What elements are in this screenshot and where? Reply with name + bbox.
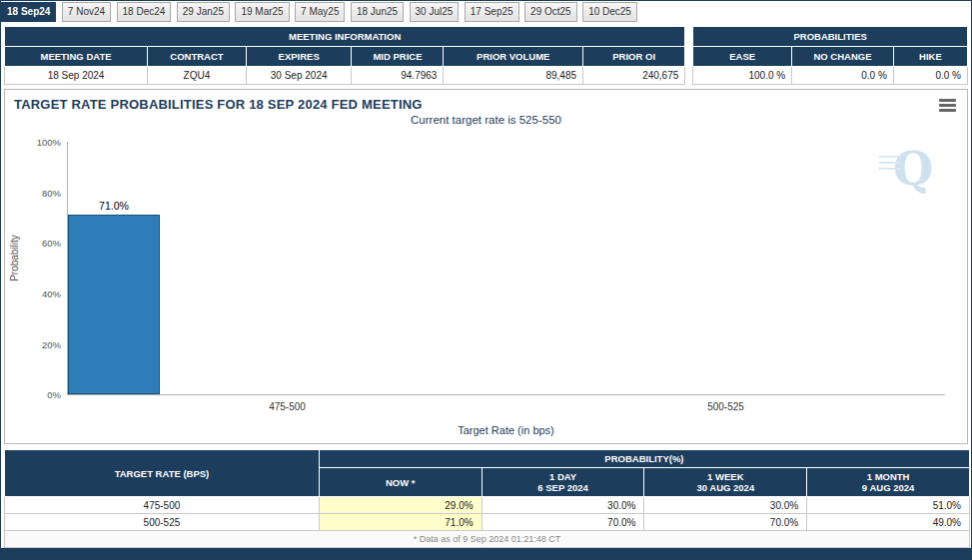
col-1-week-line1: 1 WEEK <box>648 471 802 482</box>
col-ease: EASE <box>693 47 792 67</box>
col-1-month-line2: 9 AUG 2024 <box>811 482 965 493</box>
tab-18-dec24[interactable]: 18 Dec24 <box>117 2 172 22</box>
now-cell: 29.0% <box>319 497 482 514</box>
quikstrike-logo-watermark: Q <box>893 146 933 192</box>
tab-19-mar25[interactable]: 19 Mar25 <box>235 2 289 22</box>
col-1-day: 1 DAY 6 SEP 2024 <box>482 468 644 497</box>
probability-history-table: TARGET RATE (BPS) PROBABILITY(%) NOW * 1… <box>4 449 970 548</box>
chart-title: TARGET RATE PROBABILITIES FOR 18 SEP 202… <box>5 90 967 112</box>
top-tables: MEETING INFORMATION MEETING DATE CONTRAC… <box>4 26 968 85</box>
prior-oi-value: 240,675 <box>583 67 685 85</box>
y-tick: 100% <box>37 137 61 148</box>
month-cell: 51.0% <box>807 497 970 514</box>
probabilities-table: PROBABILITIES EASE NO CHANGE HIKE 100.0 … <box>692 26 968 85</box>
col-now: NOW * <box>319 468 482 497</box>
chart-menu-icon[interactable] <box>939 99 956 114</box>
chart-subtitle: Current target rate is 525-550 <box>5 114 967 126</box>
tab-29-oct25[interactable]: 29 Oct25 <box>524 2 577 22</box>
x-axis-title: Target Rate (in bps) <box>67 424 945 436</box>
week-cell: 70.0% <box>644 514 807 531</box>
y-tick: 20% <box>42 338 61 349</box>
month-cell: 49.0% <box>807 514 970 531</box>
tab-18-jun25[interactable]: 18 Jun25 <box>351 2 404 22</box>
col-1-week: 1 WEEK 30 AUG 2024 <box>644 468 807 497</box>
rate-cell: 475-500 <box>5 497 320 514</box>
week-cell: 30.0% <box>644 497 807 514</box>
tab-7-nov24[interactable]: 7 Nov24 <box>62 2 111 22</box>
col-mid-price: MID PRICE <box>352 47 444 67</box>
x-category-label: 500-525 <box>707 401 744 412</box>
y-tick: 80% <box>42 187 61 198</box>
probability-bar[interactable] <box>68 215 160 394</box>
fedwatch-page: 18 Sep24 7 Nov24 18 Dec24 29 Jan25 19 Ma… <box>0 0 972 560</box>
day-cell: 30.0% <box>482 497 644 514</box>
table-row: 500-525 71.0% 70.0% 70.0% 49.0% <box>5 514 970 531</box>
contract-value: ZQU4 <box>148 67 247 85</box>
mid-price-value: 94.7963 <box>352 67 444 85</box>
expires-value: 30 Sep 2024 <box>246 67 352 85</box>
y-tick: 60% <box>42 238 61 249</box>
y-tick: 0% <box>47 389 61 400</box>
hike-value: 0.0 % <box>893 67 967 85</box>
col-1-week-line2: 30 AUG 2024 <box>648 482 802 493</box>
meeting-tabs: 18 Sep24 7 Nov24 18 Dec24 29 Jan25 19 Ma… <box>1 1 971 22</box>
probabilities-title: PROBABILITIES <box>693 27 968 47</box>
chart-plot-area: 0% 20% 40% 60% 80% 100% Q 29.0% 71.0% 47… <box>67 142 945 395</box>
tab-29-jan25[interactable]: 29 Jan25 <box>177 2 230 22</box>
ease-value: 100.0 % <box>693 67 792 85</box>
tab-30-jul25[interactable]: 30 Jul25 <box>410 2 460 22</box>
tab-18-sep24[interactable]: 18 Sep24 <box>1 2 56 22</box>
col-1-month: 1 MONTH 9 AUG 2024 <box>807 468 970 497</box>
meeting-information-title: MEETING INFORMATION <box>5 27 685 47</box>
target-rate-chart-panel: TARGET RATE PROBABILITIES FOR 18 SEP 202… <box>4 89 968 444</box>
prior-volume-value: 89,485 <box>444 67 583 85</box>
tab-7-may25[interactable]: 7 May25 <box>295 2 345 22</box>
x-category-label: 475-500 <box>269 401 306 412</box>
bar-500-525: 71.0% <box>68 142 160 394</box>
col-expires: EXPIRES <box>246 47 352 67</box>
rate-cell: 500-525 <box>5 514 320 531</box>
day-cell: 70.0% <box>482 514 644 531</box>
bottom-navy-bar <box>1 548 971 559</box>
target-rate-header: TARGET RATE (BPS) <box>5 450 320 497</box>
col-prior-volume: PRIOR VOLUME <box>444 47 583 67</box>
data-as-of-footnote: * Data as of 9 Sep 2024 01:21:48 CT <box>5 531 970 548</box>
col-1-day-line1: 1 DAY <box>486 471 640 482</box>
no-change-value: 0.0 % <box>792 67 894 85</box>
col-now-line1: NOW * <box>324 477 478 488</box>
now-cell: 71.0% <box>319 514 482 531</box>
col-no-change: NO CHANGE <box>792 47 894 67</box>
col-1-month-line1: 1 MONTH <box>811 471 965 482</box>
y-axis-title: Probability <box>9 235 20 281</box>
col-meeting-date: MEETING DATE <box>5 47 148 67</box>
y-tick: 40% <box>42 287 61 298</box>
meeting-information-table: MEETING INFORMATION MEETING DATE CONTRAC… <box>4 26 685 85</box>
meeting-date-value: 18 Sep 2024 <box>5 67 148 85</box>
tab-17-sep25[interactable]: 17 Sep25 <box>465 2 519 22</box>
col-hike: HIKE <box>893 47 967 67</box>
tab-10-dec25[interactable]: 10 Dec25 <box>582 2 637 22</box>
bar-value-label: 71.0% <box>99 200 129 212</box>
col-1-day-line2: 6 SEP 2024 <box>486 482 640 493</box>
table-row: 475-500 29.0% 30.0% 30.0% 51.0% <box>5 497 970 514</box>
meeting-information-row: 18 Sep 2024 ZQU4 30 Sep 2024 94.7963 89,… <box>5 67 685 85</box>
col-prior-oi: PRIOR OI <box>583 47 685 67</box>
col-contract: CONTRACT <box>148 47 247 67</box>
probabilities-row: 100.0 % 0.0 % 0.0 % <box>693 67 968 85</box>
probability-group-header: PROBABILITY(%) <box>319 450 969 468</box>
